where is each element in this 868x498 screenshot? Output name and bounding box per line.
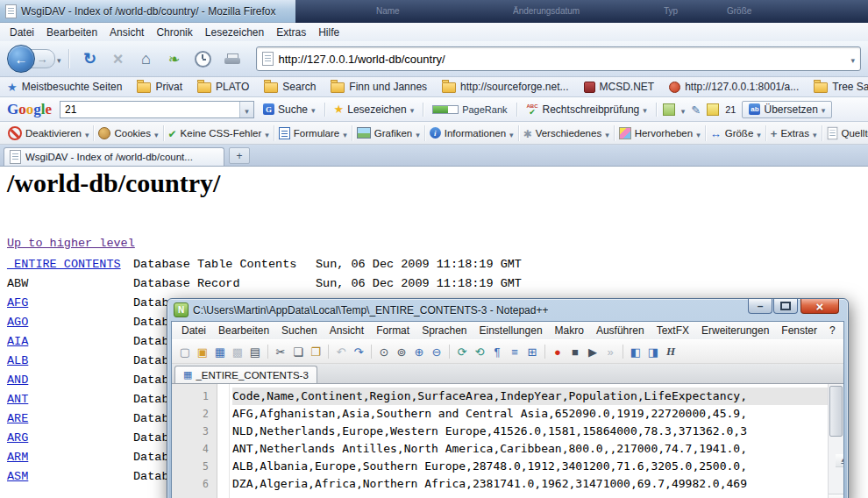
scrollbar-thumb[interactable] bbox=[829, 386, 843, 437]
minimize-button[interactable] bbox=[748, 299, 772, 314]
npp-menu-sprachen[interactable]: Sprachen bbox=[416, 324, 473, 337]
zoom-in-icon[interactable]: ⊕ bbox=[411, 344, 427, 359]
google-search-box[interactable]: 21 bbox=[60, 101, 254, 118]
editor-line[interactable]: DZA,Algeria,Africa,Northern Africa,23817… bbox=[232, 475, 843, 493]
save-icon[interactable]: ▦ bbox=[212, 344, 228, 359]
npp-menu-makro[interactable]: Makro bbox=[549, 324, 590, 337]
npp-tab-entire-contents[interactable]: _ENTIRE_CONTENTS-3 bbox=[174, 366, 317, 383]
sync-horizontal-icon[interactable]: ⟲ bbox=[472, 344, 487, 359]
open-file-icon[interactable]: ▣ bbox=[195, 344, 210, 359]
redo-icon[interactable]: ↷ bbox=[351, 344, 366, 359]
dev-verschiedenes[interactable]: Verschiedenes bbox=[519, 125, 615, 141]
sync-vertical-icon[interactable]: ⟳ bbox=[454, 344, 470, 359]
function-list-icon[interactable]: ◨ bbox=[645, 344, 661, 359]
entry-link[interactable]: ARG bbox=[7, 431, 28, 445]
entry-link[interactable]: ASM bbox=[7, 470, 28, 483]
npp-menu-format[interactable]: Format bbox=[370, 324, 416, 337]
dev-cookies[interactable]: Cookies bbox=[94, 125, 163, 141]
google-search-input[interactable]: 21 bbox=[65, 103, 239, 116]
npp-menu-bearbeiten[interactable]: Bearbeiten bbox=[212, 324, 275, 337]
entry-link[interactable]: ARE bbox=[7, 412, 28, 425]
editor-line[interactable]: ANT,Netherlands Antilles,North America,C… bbox=[232, 440, 843, 458]
word-wrap-icon[interactable]: ≡ bbox=[507, 344, 523, 359]
show-symbols-icon[interactable]: ¶ bbox=[489, 344, 505, 359]
entry-link[interactable]: AIA bbox=[7, 335, 28, 348]
dev-deaktivieren[interactable]: Deaktivieren bbox=[4, 125, 94, 141]
spellcheck-button[interactable]: Rechtschreibprüfung bbox=[523, 102, 650, 117]
npp-menu-einstellungen[interactable]: Einstellungen bbox=[473, 324, 549, 337]
stop-button[interactable] bbox=[108, 48, 129, 69]
doc-map-icon[interactable]: ◧ bbox=[628, 344, 644, 359]
print-icon[interactable]: ▤ bbox=[247, 344, 263, 359]
bookmark-search[interactable]: Search bbox=[264, 81, 316, 93]
dev-groesse[interactable]: Größe bbox=[706, 125, 766, 141]
find-icon[interactable]: ⊙ bbox=[376, 344, 392, 359]
bookmark-plato[interactable]: PLATO bbox=[197, 81, 249, 93]
scroll-down-icon[interactable] bbox=[829, 494, 843, 498]
search-dropdown-button[interactable] bbox=[239, 102, 253, 117]
notepadpp-titlebar[interactable]: C:\Users\Martin\AppData\Local\Temp\_ENTI… bbox=[171, 299, 844, 321]
npp-menu-erweiterungen[interactable]: Erweiterungen bbox=[695, 324, 775, 337]
maximize-button[interactable] bbox=[773, 299, 798, 314]
html-preview-icon[interactable]: H bbox=[663, 344, 679, 359]
zoom-out-icon[interactable]: ⊖ bbox=[429, 344, 445, 359]
macro-record-icon[interactable]: ● bbox=[550, 344, 566, 359]
npp-menu-suchen[interactable]: Suchen bbox=[275, 324, 324, 337]
npp-menu-hilfe[interactable]: ? bbox=[823, 324, 842, 337]
dev-quelltext[interactable]: Quellte bbox=[822, 125, 868, 141]
url-dropdown-icon[interactable] bbox=[850, 51, 855, 67]
indent-guide-icon[interactable]: ⊞ bbox=[524, 344, 540, 359]
autofill-icon[interactable] bbox=[663, 103, 675, 116]
macro-run-icon[interactable]: » bbox=[602, 344, 618, 359]
dev-formulare[interactable]: Formulare bbox=[274, 125, 352, 141]
macro-play-icon[interactable]: ▶ bbox=[585, 344, 601, 359]
tab-wsgidav[interactable]: WsgiDAV - Index of /world-db/count... bbox=[4, 147, 224, 166]
home-button[interactable] bbox=[136, 48, 157, 69]
menu-lesezeichen[interactable]: Lesezeichen bbox=[199, 25, 270, 40]
editor-line[interactable]: Code,Name,Continent,Region,SurfaceArea,I… bbox=[232, 388, 843, 405]
entry-link[interactable]: _ENTIRE_CONTENTS bbox=[7, 258, 121, 271]
dev-extras[interactable]: Extras bbox=[766, 125, 822, 141]
entry-link[interactable]: ABW bbox=[7, 277, 28, 290]
reload-button[interactable] bbox=[80, 48, 101, 69]
npp-menu-datei[interactable]: Datei bbox=[175, 324, 212, 337]
paste-icon[interactable]: ❐ bbox=[308, 344, 324, 359]
dev-informationen[interactable]: Informationen bbox=[425, 125, 519, 141]
close-button[interactable] bbox=[800, 299, 839, 314]
npp-menu-ansicht[interactable]: Ansicht bbox=[324, 324, 370, 337]
editor-line[interactable]: AFG,Afghanistan,Asia,Southern and Centra… bbox=[232, 405, 843, 423]
menu-chronik[interactable]: Chronik bbox=[150, 25, 198, 40]
editor-line[interactable]: NLD,Netherlands,Europe,Western Europe,41… bbox=[232, 423, 843, 440]
undo-icon[interactable]: ↶ bbox=[333, 344, 349, 359]
npp-menu-textfx[interactable]: TextFX bbox=[651, 324, 695, 337]
new-file-icon[interactable]: ▢ bbox=[177, 344, 193, 359]
notepadpp-editor[interactable]: 1 2 3 4 5 6 Code,Name,Continent,Region,S… bbox=[172, 384, 843, 498]
bookmark-mcsd-net[interactable]: MCSD.NET bbox=[584, 81, 655, 93]
scroll-up-icon[interactable] bbox=[836, 454, 843, 467]
entry-link[interactable]: AND bbox=[7, 374, 28, 387]
entry-link[interactable]: AGO bbox=[7, 316, 28, 329]
autofill-dropdown-icon[interactable] bbox=[681, 102, 686, 117]
editor-text[interactable]: Code,Name,Continent,Region,SurfaceArea,I… bbox=[230, 384, 843, 498]
dev-grafiken[interactable]: Grafiken bbox=[352, 125, 425, 141]
cut-icon[interactable]: ✂ bbox=[273, 344, 288, 359]
menu-hilfe[interactable]: Hilfe bbox=[312, 25, 345, 40]
url-bar[interactable]: http://127.0.0.1/world-db/country/ bbox=[256, 46, 861, 71]
dev-hervorheben[interactable]: Hervorheben bbox=[615, 125, 706, 141]
editor-scrollbar[interactable] bbox=[828, 384, 843, 498]
editor-line[interactable]: ALB,Albania,Europe,Southern Europe,28748… bbox=[232, 458, 843, 475]
back-button[interactable] bbox=[7, 45, 35, 73]
new-tab-button[interactable]: + bbox=[229, 147, 250, 164]
url-input[interactable]: http://127.0.0.1/world-db/country/ bbox=[279, 53, 445, 66]
bookmark-finn-und-jannes[interactable]: Finn und Jannes bbox=[331, 81, 427, 93]
replace-icon[interactable]: ⊚ bbox=[394, 344, 409, 359]
npp-menu-fenster[interactable]: Fenster bbox=[775, 324, 823, 337]
macro-stop-icon[interactable]: ■ bbox=[567, 344, 583, 359]
print-icon[interactable] bbox=[224, 53, 240, 65]
bookmark-privat[interactable]: Privat bbox=[137, 81, 182, 93]
feather-icon[interactable] bbox=[164, 48, 185, 69]
bookmark-meistbesuchte-seiten[interactable]: Meistbesuchte Seiten bbox=[7, 81, 122, 94]
translate-button[interactable]: Übersetzen bbox=[742, 101, 832, 118]
bookmark-tree-samples[interactable]: Tree Samples bbox=[814, 81, 868, 93]
pagerank-indicator[interactable]: PageRank bbox=[430, 103, 509, 117]
